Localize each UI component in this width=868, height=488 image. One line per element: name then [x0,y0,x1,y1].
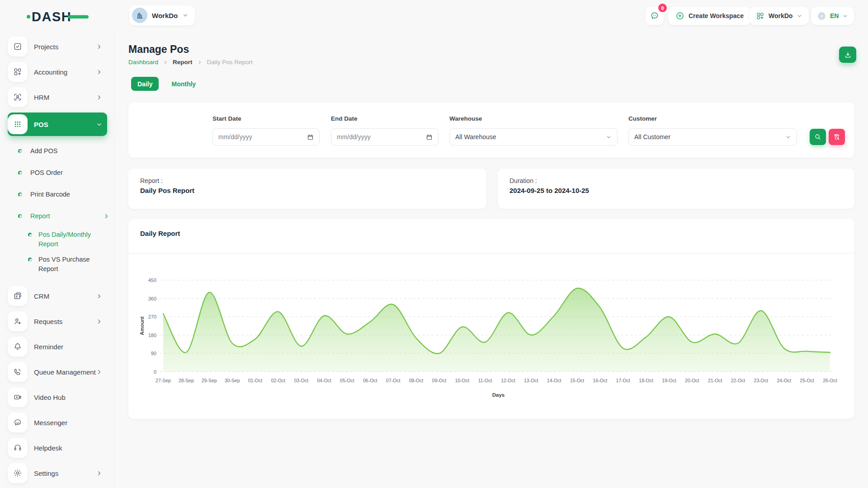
svg-text:16-Oct: 16-Oct [593,378,608,383]
queue-icon [8,362,28,382]
tab-daily[interactable]: Daily [131,77,159,91]
sidebar-item-label: Helpdesk [34,444,62,452]
svg-text:06-Oct: 06-Oct [363,378,377,383]
sidebar-item-crm[interactable]: CRM [8,286,107,306]
svg-text:24-Oct: 24-Oct [777,378,791,383]
building-icon [136,11,144,19]
chevron-right-icon [103,213,110,220]
chevron-down-icon [785,134,791,140]
hrm-icon [8,87,28,107]
sidebar-item-messenger[interactable]: Messenger [8,413,107,432]
sidebar-item-label: Requests [34,318,62,325]
svg-text:10-Oct: 10-Oct [455,378,469,383]
svg-text:09-Oct: 09-Oct [432,378,447,383]
reminder-icon [8,337,28,357]
reset-filter-button[interactable] [829,129,845,145]
svg-text:360: 360 [148,296,156,301]
sidebar-item-label: Settings [34,469,58,477]
topbar: DASH WorkDo 0 Create Workspace [0,0,868,32]
workspace-selector[interactable]: WorkDo [129,5,195,25]
start-date-input[interactable]: mm/dd/yyyy [212,128,320,145]
create-workspace-button[interactable]: Create Workspace [668,7,751,25]
sidebar-item-video-hub[interactable]: Video Hub [8,387,107,407]
report-summary-card: Report : Daily Pos Report [128,169,486,209]
svg-text:Days: Days [492,392,505,398]
calendar-icon [307,134,314,141]
app-switcher-button[interactable]: WorkDo [750,7,809,25]
filter-panel: Start Date End Date Warehouse Customer m… [128,103,854,158]
duration-label: Duration : [509,177,843,184]
end-date-label: End Date [331,115,358,122]
svg-text:17-Oct: 17-Oct [616,378,630,383]
svg-text:29-Sep: 29-Sep [202,378,217,383]
breadcrumb-dashboard[interactable]: Dashboard [128,59,158,66]
sidebar-item-label: Messenger [34,419,67,427]
svg-text:07-Oct: 07-Oct [386,378,401,383]
svg-text:30-Sep: 30-Sep [225,378,240,383]
bullet-icon [18,192,22,197]
breadcrumb-report[interactable]: Report [173,59,193,66]
sidebar-subitem-pos-vs-purchase-report[interactable]: Pos VS Purchase Report [8,255,114,274]
export-button[interactable] [839,47,856,63]
end-date-input[interactable]: mm/dd/yyyy [331,128,439,145]
sidebar-item-pos[interactable]: POS [8,113,107,136]
sidebar-item-helpdesk[interactable]: Helpdesk [8,438,107,458]
svg-text:14-Oct: 14-Oct [547,378,561,383]
sidebar-item-accounting[interactable]: Accounting [8,62,107,82]
app-root: DASH WorkDo 0 Create Workspace [0,0,868,488]
sidebar-subitem-print-barcode[interactable]: Print Barcode [8,187,114,202]
sidebar-subitem-report[interactable]: Report [8,208,114,224]
sidebar-item-label: Video Hub [34,394,66,401]
svg-text:28-Sep: 28-Sep [179,378,194,383]
sidebar-item-hrm[interactable]: HRM [8,87,107,107]
requests-icon [8,311,28,331]
pos-icon [8,114,28,134]
report-value: Daily Pos Report [140,187,475,194]
sidebar-item-label: CRM [34,292,49,300]
breadcrumb-current: Daily Pos Report [207,59,253,66]
svg-text:450: 450 [148,277,156,283]
sidebar-item-requests[interactable]: Requests [8,311,107,331]
sidebar-item-label: POS [34,121,48,128]
chevron-right-icon [163,60,168,65]
language-selector[interactable]: EN [811,7,854,25]
search-button[interactable] [810,129,826,145]
chevron-right-icon [96,43,103,50]
tab-monthly[interactable]: Monthly [171,80,196,88]
sidebar-subitem-label: Report [30,212,50,220]
warehouse-select[interactable]: All Warehouse [449,128,618,145]
sidebar-item-queue-management[interactable]: Queue Management [8,362,107,382]
video-icon [8,387,28,407]
duration-summary-card: Duration : 2024-09-25 to 2024-10-25 [498,169,854,209]
clear-filter-icon [833,133,840,141]
chevron-right-icon [96,369,103,375]
messenger-icon [8,413,28,432]
sidebar-item-reminder[interactable]: Reminder [8,337,107,357]
chevron-right-icon [96,94,103,101]
breadcrumb: Dashboard Report Daily Pos Report [128,59,253,66]
customer-label: Customer [628,115,657,122]
logo[interactable]: DASH [26,8,90,24]
svg-text:23-Oct: 23-Oct [754,378,769,383]
daily-report-card: Daily Report 09018027036045027-Sep28-Sep… [128,219,854,419]
svg-text:11-Oct: 11-Oct [478,378,492,383]
messages-button[interactable]: 0 [646,7,664,25]
sidebar-subitem-pos-daily-monthly-report[interactable]: Pos Daily/Monthly Report [8,230,114,249]
sidebar-item-projects[interactable]: Projects [8,37,107,56]
sidebar-subitem-label: Pos Daily/Monthly Report [38,230,96,249]
messages-badge: 0 [658,4,667,12]
svg-text:Amount: Amount [139,316,145,335]
sidebar-subitem-add-pos[interactable]: Add POS [8,143,114,159]
accounting-icon [8,62,28,82]
crm-icon [8,286,28,306]
sidebar-item-label: Accounting [34,68,67,76]
warehouse-label: Warehouse [449,115,482,122]
sidebar-item-label: HRM [34,94,49,101]
customer-select[interactable]: All Customer [628,128,797,145]
chevron-right-icon [96,293,103,300]
sidebar-item-settings[interactable]: Settings [8,463,107,483]
svg-text:15-Oct: 15-Oct [570,378,585,383]
sidebar-subitem-pos-order[interactable]: POS Order [8,165,114,180]
bullet-icon [18,171,22,175]
bullet-icon [28,258,32,262]
